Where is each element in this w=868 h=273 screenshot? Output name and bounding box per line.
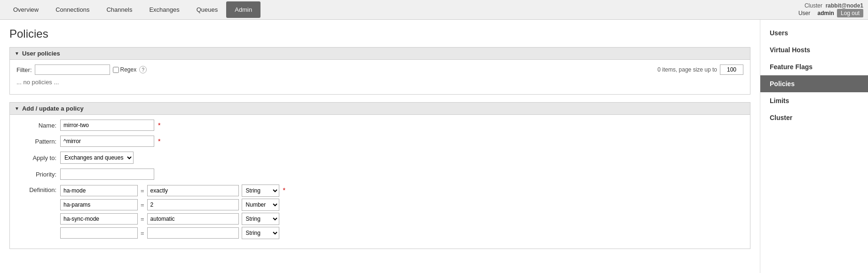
- regex-checkbox[interactable]: [113, 67, 119, 73]
- filter-right: 0 items, page size up to: [657, 64, 743, 75]
- cluster-value: rabbit@node1: [826, 2, 863, 9]
- name-label: Name:: [16, 122, 56, 129]
- sidebar-item-users[interactable]: Users: [760, 24, 868, 41]
- sidebar-limits-label: Limits: [770, 97, 789, 104]
- user-policies-body: Filter: Regex ? 0 items, page size up to…: [10, 60, 750, 94]
- definition-container: = String Number Boolean List: [60, 185, 279, 239]
- add-policy-arrow-icon: ▼: [15, 106, 19, 111]
- user-info: User admin Log out: [798, 9, 863, 17]
- definition-required-star: *: [283, 185, 285, 194]
- name-required-star: *: [158, 121, 160, 129]
- definition-row: Definition: = String Number Boolean List: [16, 185, 743, 239]
- sidebar-feature-flags-label: Feature Flags: [770, 63, 813, 71]
- help-button[interactable]: ?: [139, 66, 147, 73]
- sidebar-virtual-hosts-label: Virtual Hosts: [770, 46, 810, 54]
- pattern-row: Pattern: *: [16, 136, 743, 147]
- cluster-info: Cluster rabbit@node1: [805, 2, 863, 9]
- def-row-2: = String Number Boolean List: [60, 213, 279, 225]
- def-type-2[interactable]: String Number Boolean List: [242, 213, 279, 225]
- def-key-3[interactable]: [60, 227, 138, 239]
- def-type-0[interactable]: String Number Boolean List: [242, 185, 279, 197]
- def-eq-2: =: [141, 216, 144, 223]
- user-label: User: [798, 10, 810, 16]
- nav-exchanges[interactable]: Exchanges: [141, 1, 188, 18]
- top-nav-right: Cluster rabbit@node1 User admin Log out: [798, 0, 863, 19]
- regex-label: Regex: [120, 66, 137, 73]
- def-key-0[interactable]: [60, 185, 138, 196]
- nav-channels[interactable]: Channels: [98, 1, 141, 18]
- filter-label: Filter:: [16, 66, 32, 73]
- regex-row: Regex: [113, 66, 137, 73]
- filter-left: Filter: Regex ?: [16, 64, 147, 75]
- filter-row: Filter: Regex ? 0 items, page size up to: [16, 64, 743, 75]
- def-type-1[interactable]: String Number Boolean List: [242, 199, 279, 211]
- pattern-input[interactable]: [60, 136, 154, 147]
- add-policy-header[interactable]: ▼ Add / update a policy: [10, 103, 750, 115]
- page-title: Policies: [9, 27, 750, 40]
- priority-row: Priority:: [16, 169, 743, 180]
- items-text: 0 items, page size up to: [657, 66, 717, 73]
- top-nav: Overview Connections Channels Exchanges …: [0, 0, 868, 20]
- pattern-label: Pattern:: [16, 138, 56, 145]
- nav-admin[interactable]: Admin: [226, 1, 260, 18]
- main-container: Policies ▼ User policies Filter: Regex ?: [0, 20, 868, 273]
- logout-button[interactable]: Log out: [837, 9, 863, 17]
- user-policies-title: User policies: [22, 50, 60, 57]
- sidebar-item-feature-flags[interactable]: Feature Flags: [760, 58, 868, 75]
- nav-connections[interactable]: Connections: [47, 1, 98, 18]
- no-policies-text: ... no policies ...: [16, 79, 743, 86]
- def-eq-3: =: [141, 230, 144, 237]
- def-val-2[interactable]: [147, 213, 239, 225]
- def-val-1[interactable]: [147, 199, 239, 210]
- nav-queues[interactable]: Queues: [188, 1, 227, 18]
- def-val-3[interactable]: [147, 227, 239, 239]
- def-row-3: = String Number Boolean List: [60, 227, 279, 239]
- sidebar-cluster-label: Cluster: [770, 114, 792, 121]
- sidebar-item-policies[interactable]: Policies: [760, 75, 868, 92]
- pattern-required-star: *: [158, 137, 160, 145]
- sidebar-policies-label: Policies: [770, 80, 795, 88]
- content-area: Policies ▼ User policies Filter: Regex ?: [0, 20, 760, 273]
- def-eq-0: =: [141, 187, 144, 194]
- sidebar-item-limits[interactable]: Limits: [760, 92, 868, 109]
- page-size-input[interactable]: [720, 64, 743, 75]
- def-key-2[interactable]: [60, 213, 138, 225]
- user-value: admin: [818, 10, 834, 16]
- def-eq-1: =: [141, 201, 144, 209]
- cluster-label: Cluster: [805, 2, 822, 9]
- user-policies-arrow-icon: ▼: [15, 51, 19, 56]
- user-policies-header[interactable]: ▼ User policies: [10, 48, 750, 60]
- apply-to-label: Apply to:: [16, 154, 56, 161]
- add-policy-title: Add / update a policy: [22, 105, 84, 112]
- name-row: Name: *: [16, 120, 743, 131]
- def-row-1: = String Number Boolean List: [60, 199, 279, 211]
- apply-to-select[interactable]: Exchanges and queues Exchanges Queues: [60, 152, 134, 164]
- apply-to-row: Apply to: Exchanges and queues Exchanges…: [16, 152, 743, 164]
- user-policies-panel: ▼ User policies Filter: Regex ?: [9, 47, 750, 95]
- sidebar-users-label: Users: [770, 29, 788, 37]
- priority-label: Priority:: [16, 171, 56, 178]
- sidebar-item-cluster[interactable]: Cluster: [760, 109, 868, 126]
- def-val-0[interactable]: [147, 185, 239, 196]
- nav-overview[interactable]: Overview: [5, 1, 47, 18]
- filter-input[interactable]: [35, 64, 110, 75]
- nav-links: Overview Connections Channels Exchanges …: [5, 1, 260, 18]
- sidebar-item-virtual-hosts[interactable]: Virtual Hosts: [760, 41, 868, 58]
- add-policy-panel: ▼ Add / update a policy Name: * Pattern:…: [9, 102, 750, 249]
- priority-input[interactable]: [60, 169, 154, 180]
- def-key-1[interactable]: [60, 199, 138, 210]
- name-input[interactable]: [60, 120, 154, 131]
- def-type-3[interactable]: String Number Boolean List: [242, 227, 279, 239]
- def-row-0: = String Number Boolean List: [60, 185, 279, 197]
- definition-label: Definition:: [16, 185, 56, 193]
- add-policy-body: Name: * Pattern: * Apply to: Exchanges a…: [10, 115, 750, 249]
- right-sidebar: Users Virtual Hosts Feature Flags Polici…: [760, 20, 868, 273]
